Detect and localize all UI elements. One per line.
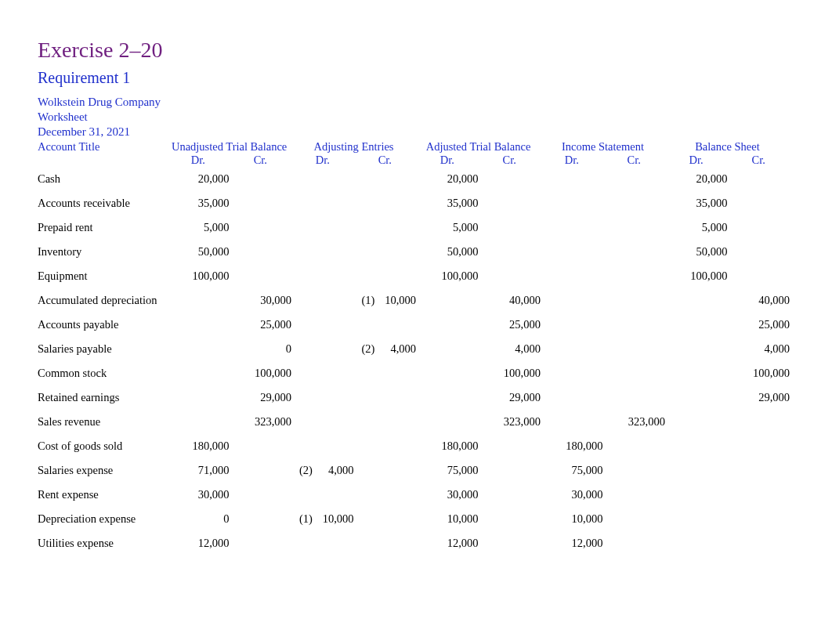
account-title-cell: Rent expense	[38, 483, 167, 507]
column-group-header-row: Account Title Unadjusted Trial Balance A…	[38, 140, 790, 154]
atb-dr-cell	[416, 337, 478, 361]
atb-cr-cell	[479, 215, 541, 240]
bs-dr-cell	[665, 410, 727, 434]
is-cr-cell	[602, 531, 664, 555]
adj-dr-ref-cell	[291, 531, 313, 555]
atb-cr-cell	[479, 191, 541, 215]
table-row: Cost of goods sold180,000180,000180,000	[38, 434, 790, 458]
adj-dr-val-cell	[313, 385, 354, 410]
account-title-cell: Cost of goods sold	[38, 434, 167, 458]
atb-dr-cell: 10,000	[416, 507, 478, 531]
utb-cr-cell	[230, 191, 291, 215]
is-cr-header: Cr.	[602, 154, 664, 167]
table-row: Cash20,00020,00020,000	[38, 167, 790, 191]
atb-dr-cell	[416, 410, 478, 434]
bs-dr-cell	[665, 361, 727, 385]
is-cr-cell	[602, 240, 664, 264]
utb-dr-cell	[167, 313, 229, 337]
utb-cr-cell	[230, 531, 291, 555]
bs-cr-cell: 29,000	[727, 385, 790, 410]
utb-cr-cell: 25,000	[230, 313, 291, 337]
atb-dr-cell	[416, 313, 478, 337]
worksheet-date: December 31, 2021	[38, 125, 794, 139]
account-title-cell: Accumulated depreciation	[38, 288, 167, 313]
is-dr-cell	[541, 410, 602, 434]
adj-cr-val-cell	[374, 240, 416, 264]
adj-cr-val-cell	[374, 191, 416, 215]
atb-dr-cell	[416, 385, 478, 410]
bs-cr-cell: 100,000	[727, 361, 790, 385]
bs-cr-cell: 25,000	[727, 313, 790, 337]
adj-dr-val-cell	[313, 337, 354, 361]
is-dr-cell	[541, 337, 602, 361]
company-name: Wolkstein Drug Company	[38, 95, 794, 110]
utb-dr-cell: 180,000	[167, 434, 229, 458]
atb-dr-cell: 5,000	[416, 215, 478, 240]
bs-cr-cell	[727, 410, 790, 434]
bs-cr-cell	[727, 167, 790, 191]
adj-cr-val-cell	[374, 313, 416, 337]
worksheet-label: Worksheet	[38, 110, 794, 125]
account-title-cell: Retained earnings	[38, 385, 167, 410]
adj-dr-ref-cell	[291, 240, 313, 264]
is-cr-cell	[602, 191, 664, 215]
adj-dr-val-cell	[313, 434, 354, 458]
bs-dr-cell: 5,000	[665, 215, 727, 240]
table-row: Retained earnings29,00029,00029,000	[38, 385, 790, 410]
is-dr-header: Dr.	[541, 154, 602, 167]
is-cr-cell	[602, 483, 664, 507]
utb-dr-cell	[167, 288, 229, 313]
adj-cr-ref-cell	[354, 361, 375, 385]
bs-cr-cell: 4,000	[727, 337, 790, 361]
bs-dr-cell: 50,000	[665, 240, 727, 264]
adj-cr-ref-cell	[354, 264, 375, 288]
adj-dr-ref-cell	[291, 410, 313, 434]
atb-dr-cell: 35,000	[416, 191, 478, 215]
adj-cr-val-cell	[374, 215, 416, 240]
table-row: Salaries expense71,000(2)4,00075,00075,0…	[38, 458, 790, 483]
is-dr-cell	[541, 191, 602, 215]
utb-dr-cell	[167, 337, 229, 361]
account-title-cell: Accounts receivable	[38, 191, 167, 215]
adj-dr-val-cell	[313, 191, 354, 215]
adj-dr-val-cell: 10,000	[313, 507, 354, 531]
atb-cr-cell	[479, 167, 541, 191]
adj-cr-val-cell	[374, 483, 416, 507]
utb-cr-cell: 0	[230, 337, 291, 361]
bs-cr-cell	[727, 191, 790, 215]
adj-cr-ref-cell	[354, 385, 375, 410]
adj-dr-ref-cell	[291, 361, 313, 385]
adj-cr-val-cell	[374, 507, 416, 531]
utb-dr-cell	[167, 361, 229, 385]
adj-cr-val-cell	[374, 531, 416, 555]
table-row: Equipment100,000100,000100,000	[38, 264, 790, 288]
col-income-statement: Income Statement	[541, 140, 665, 154]
is-dr-cell	[541, 313, 602, 337]
atb-dr-cell: 100,000	[416, 264, 478, 288]
table-row: Accounts receivable35,00035,00035,000	[38, 191, 790, 215]
adj-dr-ref-cell	[291, 337, 313, 361]
adj-dr-val-cell	[313, 264, 354, 288]
utb-cr-cell: 323,000	[230, 410, 291, 434]
atb-cr-cell	[479, 240, 541, 264]
adj-dr-val-cell	[313, 483, 354, 507]
bs-cr-cell	[727, 240, 790, 264]
table-row: Inventory50,00050,00050,000	[38, 240, 790, 264]
table-row: Common stock100,000100,000100,000	[38, 361, 790, 385]
bs-cr-header: Cr.	[727, 154, 790, 167]
adj-cr-ref-cell	[354, 507, 375, 531]
utb-cr-cell	[230, 434, 291, 458]
is-cr-cell	[602, 434, 664, 458]
adj-cr-val-cell	[374, 167, 416, 191]
table-row: Accounts payable25,00025,00025,000	[38, 313, 790, 337]
account-title-cell: Salaries payable	[38, 337, 167, 361]
is-cr-cell	[602, 215, 664, 240]
col-balance-sheet: Balance Sheet	[665, 140, 790, 154]
account-title-cell: Equipment	[38, 264, 167, 288]
company-info: Wolkstein Drug Company Worksheet Decembe…	[38, 95, 794, 139]
atb-dr-cell	[416, 361, 478, 385]
atb-cr-cell	[479, 531, 541, 555]
requirement-heading: Requirement 1	[38, 69, 794, 87]
bs-dr-header: Dr.	[665, 154, 727, 167]
atb-cr-cell	[479, 483, 541, 507]
